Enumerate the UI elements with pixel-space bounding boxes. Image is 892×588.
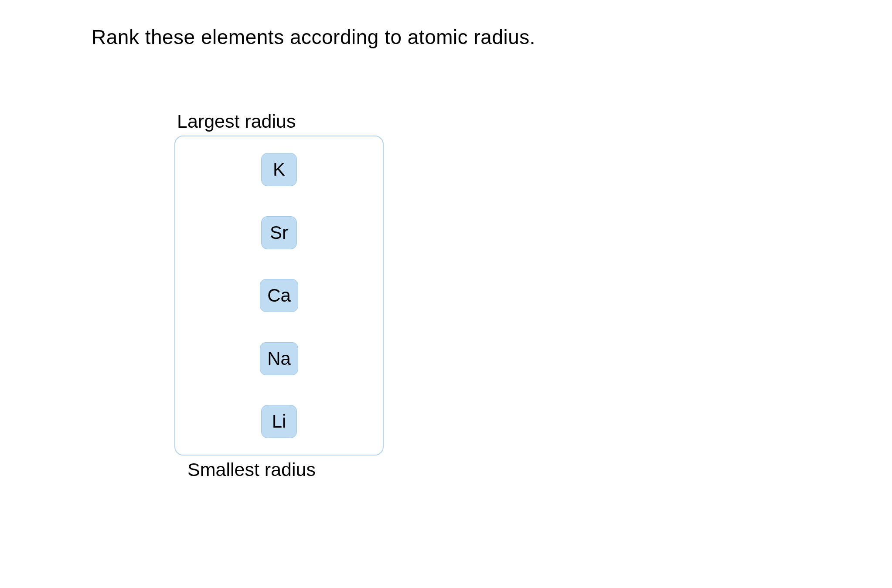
element-tile[interactable]: Sr [261, 216, 297, 249]
top-scale-label: Largest radius [177, 111, 384, 132]
element-tile[interactable]: Na [260, 342, 298, 375]
ranking-widget: Largest radius K Sr Ca Na Li Smallest ra… [174, 111, 384, 480]
element-tile[interactable]: Li [261, 405, 297, 438]
element-tile[interactable]: Ca [260, 279, 298, 312]
element-tile[interactable]: K [261, 153, 297, 186]
bottom-scale-label: Smallest radius [187, 459, 384, 480]
question-text: Rank these elements according to atomic … [92, 25, 535, 49]
ranking-dropzone[interactable]: K Sr Ca Na Li [174, 136, 384, 455]
